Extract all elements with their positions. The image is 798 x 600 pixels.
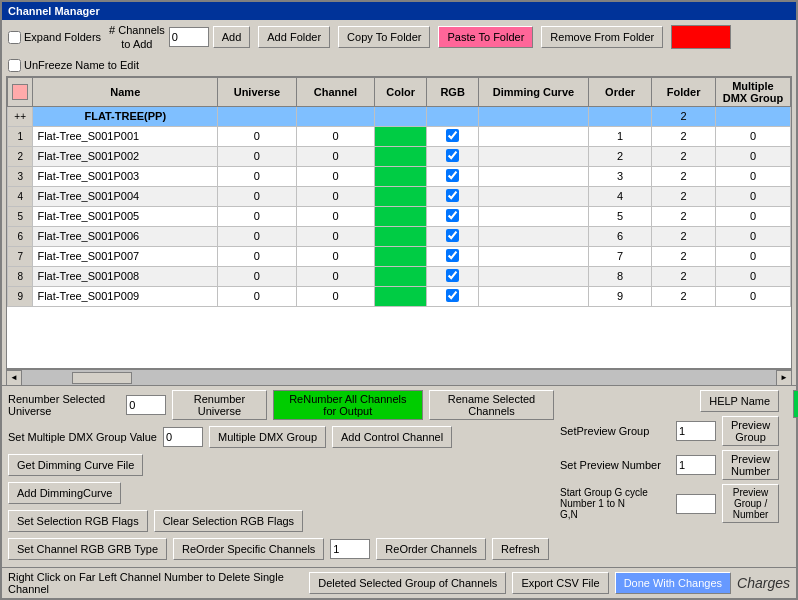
table-scroll[interactable]: Name Universe Channel Color RGB Dimming … — [7, 77, 791, 368]
rgb-cell[interactable] — [427, 146, 479, 166]
start-group-label: Start Group G cycleNumber 1 to NG,N — [560, 487, 670, 520]
row-num: 5 — [8, 206, 33, 226]
reorder-specific-btn[interactable]: ReOrder Specific Channels — [173, 538, 324, 560]
table-row[interactable]: 5 Flat-Tree_S001P005 0 0 5 2 0 — [8, 206, 791, 226]
folder-cell: 2 — [652, 266, 716, 286]
preview-number-input[interactable] — [676, 455, 716, 475]
order-cell: 6 — [588, 226, 652, 246]
start-group-input[interactable] — [676, 494, 716, 514]
add-dimming-btn[interactable]: Add DimmingCurve — [8, 482, 121, 504]
get-dimming-btn[interactable]: Get Dimming Curve File — [8, 454, 143, 476]
table-row[interactable]: 8 Flat-Tree_S001P008 0 0 8 2 0 — [8, 266, 791, 286]
done-with-changes-btn[interactable]: Done With Changes — [615, 572, 731, 594]
color-cell — [375, 206, 427, 226]
renumber-all-btn[interactable]: ReNumber All Channels for Output — [273, 390, 423, 420]
export-csv-btn[interactable]: Export CSV File — [512, 572, 608, 594]
rgb-cell[interactable] — [427, 166, 479, 186]
rgb-cell[interactable] — [427, 286, 479, 306]
channel-name: Flat-Tree_S001P002 — [33, 146, 218, 166]
dmx-cell: 0 — [715, 126, 790, 146]
dimming-cell — [479, 126, 589, 146]
preview-group-input[interactable] — [676, 421, 716, 441]
col-header-order: Order — [588, 77, 652, 106]
renumber-universe-label: Renumber Selected Universe — [8, 393, 120, 417]
universe-cell: 0 — [218, 266, 297, 286]
window-title: Channel Manager — [8, 5, 100, 17]
remove-from-folder-button[interactable]: Remove From Folder — [541, 26, 663, 48]
renumber-universe-input[interactable] — [126, 395, 166, 415]
expand-folders-checkbox[interactable] — [8, 31, 21, 44]
preview-number-row: Set Preview Number Preview Number — [560, 450, 779, 480]
rgb-cell[interactable] — [427, 266, 479, 286]
folder-cell: 2 — [652, 246, 716, 266]
rgb-cell[interactable] — [427, 206, 479, 226]
rgb-flags-row: Set Selection RGB Flags Clear Selection … — [8, 510, 554, 532]
rgb-cell[interactable] — [427, 226, 479, 246]
order-cell: 1 — [588, 126, 652, 146]
dmx-group-btn[interactable]: Multiple DMX Group — [209, 426, 326, 448]
scroll-track-h — [22, 370, 776, 385]
row-num: 1 — [8, 126, 33, 146]
preview-group-btn[interactable]: Preview Group — [722, 416, 779, 446]
rgb-cell[interactable] — [427, 246, 479, 266]
universe-cell: 0 — [218, 146, 297, 166]
add-button[interactable]: Add — [213, 26, 251, 48]
refresh-btn[interactable]: Refresh — [492, 538, 549, 560]
clear-rgb-btn[interactable]: Clear Selection RGB Flags — [154, 510, 303, 532]
bottom-controls: Renumber Selected Universe Renumber Univ… — [2, 385, 796, 567]
channel-cell: 0 — [296, 166, 375, 186]
table-row[interactable]: 3 Flat-Tree_S001P003 0 0 3 2 0 — [8, 166, 791, 186]
color-cell — [375, 246, 427, 266]
rename-btn[interactable]: Rename Selected Channels — [429, 390, 554, 420]
deleted-btn[interactable]: Deleted Selected Group of Channels — [309, 572, 506, 594]
folder-cell: 2 — [652, 226, 716, 246]
horizontal-scrollbar[interactable]: ◄ ► — [6, 369, 792, 385]
reorder-input[interactable] — [330, 539, 370, 559]
channel-cell: 0 — [296, 186, 375, 206]
row-num: 9 — [8, 286, 33, 306]
color-cell — [375, 126, 427, 146]
help-btn[interactable]: HELP — [793, 390, 798, 418]
group-name: FLAT-TREE(PP) — [33, 106, 218, 126]
table-row[interactable]: ++ FLAT-TREE(PP) 2 — [8, 106, 791, 126]
bottom-left: Renumber Selected Universe Renumber Univ… — [8, 390, 554, 563]
universe-cell: 0 — [218, 226, 297, 246]
expand-folders-checkbox-label[interactable]: Expand Folders — [8, 31, 101, 44]
add-control-btn[interactable]: Add Control Channel — [332, 426, 452, 448]
unfreeze-checkbox[interactable] — [8, 59, 21, 72]
help-name-btn[interactable]: HELP Name — [700, 390, 779, 412]
preview-number-btn[interactable]: Preview Number — [722, 450, 779, 480]
preview-group-number-btn[interactable]: Preview Group / Number — [722, 484, 779, 523]
reorder-row: Set Channel RGB GRB Type ReOrder Specifi… — [8, 538, 554, 560]
add-dimming-row: Add DimmingCurve — [8, 482, 554, 504]
channel-table-container: Name Universe Channel Color RGB Dimming … — [6, 76, 792, 369]
renumber-universe-btn[interactable]: Renumber Universe — [172, 390, 266, 420]
set-channel-rgb-btn[interactable]: Set Channel RGB GRB Type — [8, 538, 167, 560]
reorder-btn[interactable]: ReOrder Channels — [376, 538, 486, 560]
paste-to-folder-button[interactable]: Paste To Folder — [438, 26, 533, 48]
copy-to-folder-button[interactable]: Copy To Folder — [338, 26, 430, 48]
table-row[interactable]: 7 Flat-Tree_S001P007 0 0 7 2 0 — [8, 246, 791, 266]
unfreeze-checkbox-label[interactable]: UnFreeze Name to Edit — [8, 59, 139, 72]
color-cell — [375, 226, 427, 246]
row-num: 4 — [8, 186, 33, 206]
color-swatch — [671, 25, 731, 49]
order-cell: 2 — [588, 146, 652, 166]
table-row[interactable]: 6 Flat-Tree_S001P006 0 0 6 2 0 — [8, 226, 791, 246]
table-row[interactable]: 9 Flat-Tree_S001P009 0 0 9 2 0 — [8, 286, 791, 306]
universe-cell: 0 — [218, 246, 297, 266]
row-num: 7 — [8, 246, 33, 266]
channels-to-add-input[interactable] — [169, 27, 209, 47]
channel-table: Name Universe Channel Color RGB Dimming … — [7, 77, 791, 307]
rgb-cell[interactable] — [427, 186, 479, 206]
scroll-right-btn[interactable]: ► — [776, 370, 792, 386]
table-row[interactable]: 2 Flat-Tree_S001P002 0 0 2 2 0 — [8, 146, 791, 166]
add-folder-button[interactable]: Add Folder — [258, 26, 330, 48]
start-group-row: Start Group G cycleNumber 1 to NG,N Prev… — [560, 484, 779, 523]
table-row[interactable]: 1 Flat-Tree_S001P001 0 0 1 2 0 — [8, 126, 791, 146]
table-row[interactable]: 4 Flat-Tree_S001P004 0 0 4 2 0 — [8, 186, 791, 206]
rgb-cell[interactable] — [427, 126, 479, 146]
scroll-left-btn[interactable]: ◄ — [6, 370, 22, 386]
set-rgb-btn[interactable]: Set Selection RGB Flags — [8, 510, 148, 532]
dmx-group-input[interactable] — [163, 427, 203, 447]
